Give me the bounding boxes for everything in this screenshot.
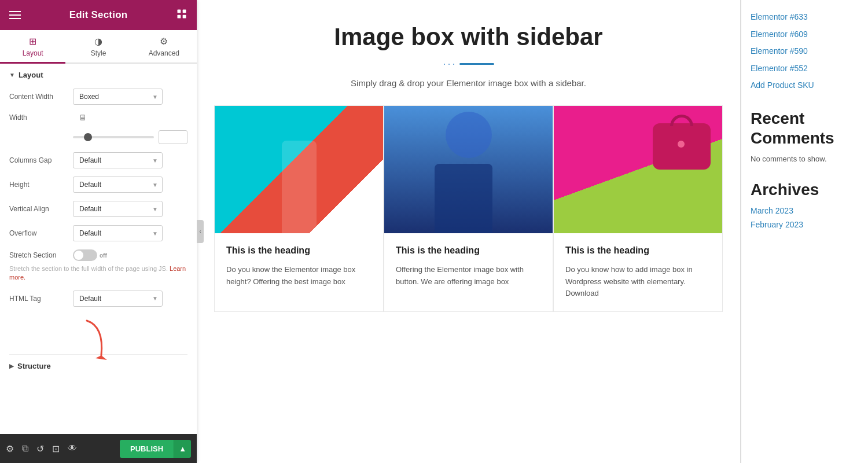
box-heading-1: This is the heading (226, 245, 372, 257)
fashion-image-3 (554, 106, 722, 233)
overflow-control: Default ▼ (73, 225, 187, 241)
history-icon[interactable]: ↺ (36, 443, 44, 454)
overflow-select-wrapper: Default ▼ (73, 225, 163, 241)
recent-comments-title: Recent Comments (751, 109, 859, 148)
blue-line-decoration (459, 63, 494, 65)
box-text-2: Offering the Elementor image box with bu… (396, 264, 541, 288)
page-main-title: Image box with sidebar (214, 23, 723, 51)
toggle-off-label: off (100, 252, 107, 259)
image-box-1: This is the heading Do you know the Elem… (214, 105, 384, 312)
no-comments-text: No comments to show. (751, 155, 859, 163)
columns-gap-select[interactable]: Default (73, 152, 163, 168)
panel-title: Edit Section (69, 9, 128, 21)
stretch-section-label: Stretch Section (9, 251, 73, 259)
settings-icon[interactable]: ⚙ (6, 443, 14, 454)
width-slider-container (73, 130, 187, 144)
sidebar-link-633[interactable]: Elementor #633 (751, 12, 859, 23)
vertical-align-select-wrapper: Default ▼ (73, 201, 163, 217)
publish-group: PUBLISH ▲ (120, 440, 191, 458)
image-box-img-3 (554, 106, 722, 233)
sidebar-link-609[interactable]: Elementor #609 (751, 29, 859, 41)
html-tag-label: HTML Tag (9, 295, 73, 303)
bottom-toolbar: ⚙ ⧉ ↺ ⊡ 👁 PUBLISH ▲ (0, 434, 197, 463)
image-box-3: This is the heading Do you know how to a… (553, 105, 723, 312)
html-tag-select[interactable]: Default (73, 291, 163, 307)
collapse-handle[interactable]: ‹ (197, 220, 204, 243)
archives-title: Archives (751, 181, 859, 199)
vertical-align-row: Vertical Align Default ▼ (9, 201, 187, 217)
image-box-2: This is the heading Offering the Element… (384, 105, 553, 312)
html-tag-row: HTML Tag Default ▼ (9, 291, 187, 307)
handbag-clasp (678, 141, 685, 148)
sidebar-link-sku[interactable]: Add Product SKU (751, 80, 859, 91)
sidebar-links: Elementor #633 Elementor #609 Elementor … (751, 12, 859, 91)
layout-section-title: ▼ Layout (9, 71, 187, 79)
layers-icon[interactable]: ⧉ (22, 443, 28, 454)
publish-button[interactable]: PUBLISH (120, 440, 174, 458)
width-number-input[interactable] (159, 130, 187, 144)
toggle-knob (74, 251, 83, 260)
image-box-content-1: This is the heading Do you know the Elem… (215, 233, 383, 299)
box-heading-3: This is the heading (565, 245, 711, 257)
archive-march-2023[interactable]: March 2023 (751, 206, 859, 215)
content-width-select-wrapper: Boxed Full Width ▼ (73, 89, 163, 105)
box-text-1: Do you know the Elementor image box heig… (226, 264, 372, 288)
vertical-align-select[interactable]: Default (73, 201, 163, 217)
toolbar-icons: ⚙ ⧉ ↺ ⊡ 👁 (6, 443, 77, 454)
tab-style[interactable]: ◑ Style (65, 30, 131, 64)
dots-decoration: ··· (443, 58, 457, 70)
figure-body-1 (282, 141, 317, 233)
collapse-chevron-icon: ‹ (200, 229, 201, 234)
columns-gap-label: Columns Gap (9, 156, 73, 164)
tab-advanced[interactable]: ⚙ Advanced (131, 30, 197, 64)
overflow-row: Overflow Default ▼ (9, 225, 187, 241)
sidebar-link-590[interactable]: Elementor #590 (751, 46, 859, 57)
publish-dropdown-button[interactable]: ▲ (174, 440, 191, 458)
tab-layout[interactable]: ⊞ Layout (0, 30, 65, 64)
vertical-align-control: Default ▼ (73, 201, 187, 217)
figure-head-2 (446, 112, 492, 158)
layout-arrow-icon: ▼ (9, 72, 15, 78)
content-width-control: Boxed Full Width ▼ (73, 89, 187, 105)
content-width-label: Content Width (9, 93, 73, 101)
height-control: Default ▼ (73, 177, 187, 193)
fashion-image-2 (384, 106, 553, 233)
figure-body-2 (435, 164, 492, 233)
vertical-align-label: Vertical Align (9, 205, 73, 213)
grid-apps-icon[interactable] (176, 8, 187, 22)
tab-advanced-label: Advanced (149, 49, 179, 57)
svg-rect-3 (183, 15, 186, 19)
structure-arrow-icon: ▶ (9, 363, 14, 369)
height-select-wrapper: Default ▼ (73, 177, 163, 193)
stretch-toggle[interactable] (73, 249, 97, 261)
width-label: Width (9, 113, 73, 122)
svg-rect-1 (183, 10, 186, 13)
panel-content: ▼ Layout Content Width Boxed Full Width … (0, 64, 197, 434)
title-divider: ··· (214, 58, 723, 70)
content-width-select[interactable]: Boxed Full Width (73, 89, 163, 105)
left-panel: Edit Section ⊞ Layout ◑ Style ⚙ Advanced (0, 0, 197, 463)
image-boxes-container: This is the heading Do you know the Elem… (214, 105, 723, 312)
overflow-select[interactable]: Default (73, 225, 163, 241)
hamburger-menu-icon[interactable] (9, 11, 21, 19)
panel-header: Edit Section (0, 0, 197, 30)
stretch-toggle-wrapper: off (73, 249, 107, 261)
annotation-area (9, 315, 187, 350)
right-sidebar: Elementor #633 Elementor #609 Elementor … (741, 0, 868, 463)
red-arrow-annotation (69, 315, 127, 367)
layout-tab-icon: ⊞ (29, 36, 36, 47)
eye-icon[interactable]: 👁 (68, 443, 77, 454)
overflow-label: Overflow (9, 229, 73, 237)
svg-rect-2 (177, 15, 181, 19)
height-select[interactable]: Default (73, 177, 163, 193)
responsive-icon[interactable]: ⊡ (52, 443, 60, 454)
width-row: Width 🖥 (9, 113, 187, 122)
sidebar-link-552[interactable]: Elementor #552 (751, 63, 859, 75)
stretch-description: Stretch the section to the full width of… (9, 264, 187, 282)
width-slider-row (9, 130, 187, 144)
width-slider[interactable] (73, 136, 154, 138)
html-tag-control: Default ▼ (73, 291, 187, 307)
content-width-row: Content Width Boxed Full Width ▼ (9, 89, 187, 105)
archive-february-2023[interactable]: February 2023 (751, 220, 859, 229)
columns-gap-control: Default ▼ (73, 152, 187, 168)
